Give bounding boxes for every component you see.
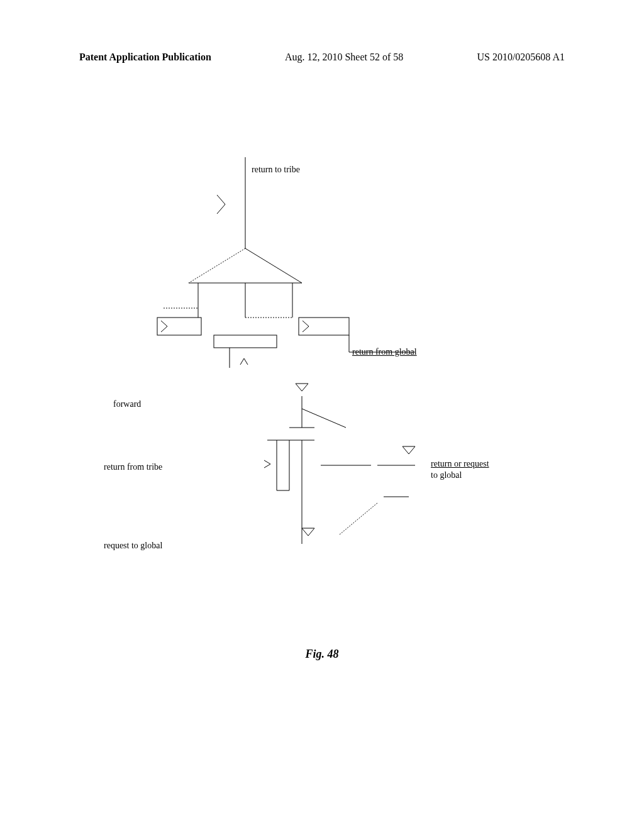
header-pub-number: US 2010/0205608 A1 <box>477 52 565 63</box>
svg-line-26 <box>340 503 377 534</box>
svg-rect-10 <box>299 318 349 335</box>
label-return-or-request-line2: to global <box>431 470 462 480</box>
header-pub-type: Patent Application Publication <box>79 52 211 63</box>
svg-line-16 <box>302 409 346 428</box>
figure-caption: Fig. 48 <box>0 648 644 661</box>
svg-rect-9 <box>157 318 201 335</box>
header-date-sheet: Aug. 12, 2010 Sheet 52 of 58 <box>285 52 403 63</box>
label-return-or-request-line1: return or request <box>431 459 489 469</box>
label-forward: forward <box>113 399 141 409</box>
label-return-from-tribe: return from tribe <box>104 462 162 472</box>
label-request-to-global: request to global <box>104 541 162 551</box>
svg-line-1 <box>189 248 245 283</box>
svg-rect-11 <box>214 335 277 348</box>
figure-diagram: return to tribe return from global forwa… <box>101 157 553 610</box>
svg-line-2 <box>245 248 302 283</box>
diagram-svg <box>101 157 553 610</box>
label-return-from-global: return from global <box>352 347 417 357</box>
page-header: Patent Application Publication Aug. 12, … <box>0 52 644 63</box>
label-return-to-tribe: return to tribe <box>252 165 300 175</box>
